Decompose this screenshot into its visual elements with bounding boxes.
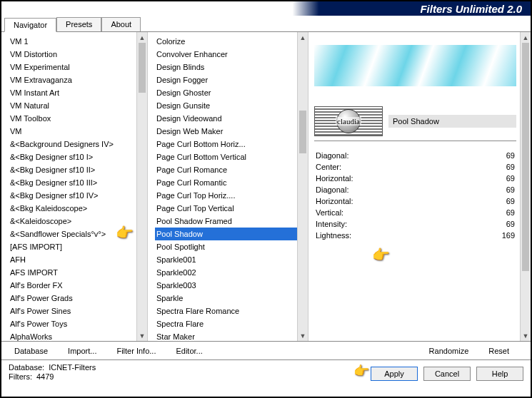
list-item[interactable]: Page Curl Romance	[155, 163, 306, 176]
scroll-track[interactable]	[298, 43, 308, 330]
list-item[interactable]: Alf's Power Grads	[9, 292, 146, 305]
database-button[interactable]: Database	[14, 347, 48, 355]
preview-column: claudia Pool Shadow Diagonal:69Center:69…	[308, 32, 531, 341]
scrollbar-col1[interactable]: ▲ ▼	[136, 32, 147, 341]
scroll-track[interactable]	[137, 43, 147, 330]
scroll-track[interactable]	[521, 43, 531, 330]
list-item[interactable]: Sparkle	[155, 292, 306, 305]
list-item[interactable]: VM	[9, 125, 146, 138]
list-item[interactable]: VM Extravaganza	[9, 73, 146, 86]
scroll-up-icon[interactable]: ▲	[521, 32, 531, 43]
category-column: VM 1VM DistortionVM ExperimentalVM Extra…	[1, 32, 148, 341]
list-item[interactable]: &<Sandflower Specials°v°>	[9, 228, 146, 240]
param-row[interactable]: Horizontal:69	[314, 195, 516, 207]
editor-button[interactable]: Editor...	[176, 347, 202, 355]
logo-text: claudia	[336, 117, 361, 126]
param-row[interactable]: Intensity:69	[314, 218, 516, 230]
param-row[interactable]: Diagonal:69	[314, 184, 516, 195]
list-item[interactable]: AFH	[9, 253, 146, 266]
list-item[interactable]: Pool Shadow	[155, 228, 306, 240]
list-item[interactable]: Colorize	[155, 35, 306, 48]
list-item[interactable]: Page Curl Top Horiz....	[155, 189, 306, 202]
param-value: 69	[506, 220, 515, 228]
list-item[interactable]: Star Maker	[155, 330, 306, 341]
list-item[interactable]: VM Toolbox	[9, 112, 146, 125]
list-item[interactable]: AlphaWorks	[9, 330, 146, 341]
filter-info-button[interactable]: Filter Info...	[116, 347, 156, 355]
list-item[interactable]: Pool Shadow Framed	[155, 215, 306, 228]
tab-navigator[interactable]: Navigator	[4, 18, 56, 32]
category-list[interactable]: VM 1VM DistortionVM ExperimentalVM Extra…	[1, 32, 147, 341]
list-item[interactable]: Design Videowand	[155, 112, 306, 125]
list-item[interactable]: &<Bkg Designer sf10 IV>	[9, 189, 146, 202]
scroll-down-icon[interactable]: ▼	[521, 330, 531, 341]
param-label: Horizontal:	[316, 174, 353, 183]
list-item[interactable]: Design Gunsite	[155, 99, 306, 112]
scrollbar-col2[interactable]: ▲ ▼	[297, 32, 308, 341]
claudia-logo: claudia	[314, 106, 383, 136]
scroll-down-icon[interactable]: ▼	[298, 330, 308, 341]
list-item[interactable]: &<Bkg Kaleidoscope>	[9, 202, 146, 215]
cancel-button[interactable]: Cancel	[423, 367, 471, 381]
list-item[interactable]: Alf's Power Toys	[9, 317, 146, 330]
list-item[interactable]: Spectra Flare Romance	[155, 305, 306, 317]
param-value: 69	[506, 174, 515, 183]
pointer-icon: 👉	[353, 363, 369, 379]
param-row[interactable]: Vertical:69	[314, 207, 516, 218]
list-item[interactable]: Sparkle003	[155, 279, 306, 292]
param-label: Center:	[316, 163, 341, 171]
list-item[interactable]: AFS IMPORT	[9, 266, 146, 279]
scroll-thumb[interactable]	[522, 43, 529, 271]
list-item[interactable]: Design Fogger	[155, 73, 306, 86]
help-button[interactable]: Help	[476, 367, 523, 381]
apply-button[interactable]: Apply	[371, 367, 418, 381]
list-item[interactable]: Page Curl Top Vertical	[155, 202, 306, 215]
divider	[314, 141, 516, 141]
scrollbar-col3[interactable]: ▲ ▼	[520, 32, 531, 341]
list-item[interactable]: &<Bkg Designer sf10 II>	[9, 163, 146, 176]
list-item[interactable]: VM 1	[9, 35, 146, 48]
list-item[interactable]: Pool Spotlight	[155, 240, 306, 253]
list-item[interactable]: Sparkle002	[155, 266, 306, 279]
param-value: 69	[506, 163, 515, 171]
param-row[interactable]: Diagonal:69	[314, 150, 516, 161]
filters-value: 4479	[36, 372, 54, 381]
param-row[interactable]: Lightness:169	[314, 230, 516, 241]
list-item[interactable]: Page Curl Bottom Vertical	[155, 150, 306, 163]
list-item[interactable]: &<Kaleidoscope>	[9, 215, 146, 228]
scroll-thumb[interactable]	[139, 43, 146, 93]
list-item[interactable]: Design Web Maker	[155, 125, 306, 138]
list-item[interactable]: Sparkle001	[155, 253, 306, 266]
filter-list[interactable]: ColorizeConvolver EnhancerDesign BlindsD…	[148, 32, 308, 341]
list-item[interactable]: VM Distortion	[9, 48, 146, 61]
list-item[interactable]: Convolver Enhancer	[155, 48, 306, 61]
list-item[interactable]: [AFS IMPORT]	[9, 240, 146, 253]
tab-presets[interactable]: Presets	[56, 17, 101, 31]
list-item[interactable]: Design Blinds	[155, 61, 306, 73]
list-item[interactable]: VM Instant Art	[9, 86, 146, 99]
param-row[interactable]: Center:69	[314, 161, 516, 173]
scroll-thumb[interactable]	[299, 111, 306, 153]
list-item[interactable]: Design Ghoster	[155, 86, 306, 99]
list-item[interactable]: Page Curl Romantic	[155, 176, 306, 189]
reset-button[interactable]: Reset	[488, 347, 509, 355]
list-item[interactable]: &<Bkg Designer sf10 III>	[9, 176, 146, 189]
list-item[interactable]: &<Background Designers IV>	[9, 138, 146, 150]
list-item[interactable]: VM Experimental	[9, 61, 146, 73]
app-title: Filters Unlimited 2.0	[420, 3, 522, 15]
scroll-down-icon[interactable]: ▼	[137, 330, 147, 341]
list-item[interactable]: Spectra Flare	[155, 317, 306, 330]
main-area: VM 1VM DistortionVM ExperimentalVM Extra…	[1, 32, 531, 341]
param-row[interactable]: Horizontal:69	[314, 173, 516, 184]
list-item[interactable]: &<Bkg Designer sf10 I>	[9, 150, 146, 163]
list-item[interactable]: Page Curl Bottom Horiz...	[155, 138, 306, 150]
filter-column: ColorizeConvolver EnhancerDesign BlindsD…	[148, 32, 308, 341]
scroll-up-icon[interactable]: ▲	[137, 32, 147, 43]
tab-about[interactable]: About	[101, 17, 141, 31]
list-item[interactable]: VM Natural	[9, 99, 146, 112]
list-item[interactable]: Alf's Power Sines	[9, 305, 146, 317]
scroll-up-icon[interactable]: ▲	[298, 32, 308, 43]
import-button[interactable]: Import...	[68, 347, 96, 355]
randomize-button[interactable]: Randomize	[429, 347, 469, 355]
list-item[interactable]: Alf's Border FX	[9, 279, 146, 292]
